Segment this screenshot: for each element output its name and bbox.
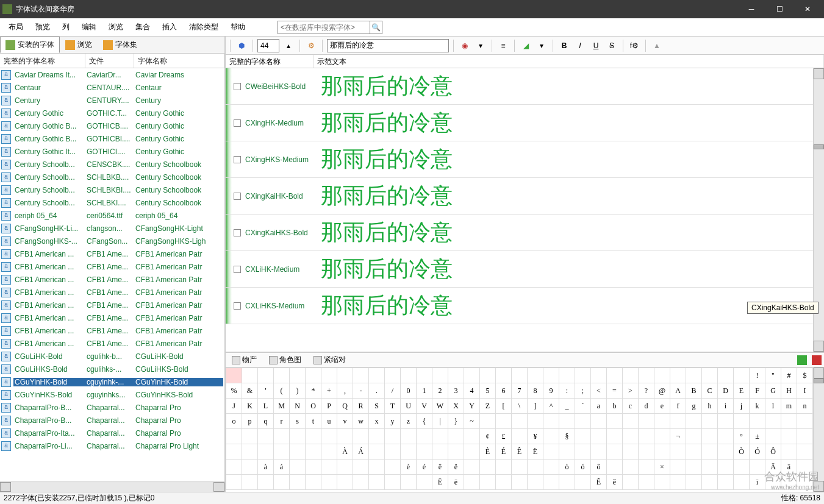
char-cell[interactable]: \ (512, 399, 528, 414)
char-cell[interactable]: R (353, 399, 369, 414)
char-cell[interactable] (781, 414, 797, 429)
char-cell[interactable] (639, 414, 654, 429)
h-scrollbar[interactable] (0, 481, 224, 492)
char-cell[interactable] (591, 414, 607, 429)
char-cell[interactable] (575, 444, 591, 460)
char-cell[interactable]: . (369, 383, 385, 399)
status-close-icon[interactable] (812, 355, 822, 365)
char-cell[interactable] (512, 475, 528, 490)
char-cell[interactable]: w (353, 414, 369, 429)
scroll-right-button[interactable] (213, 482, 224, 492)
char-cell[interactable] (543, 444, 559, 460)
char-cell[interactable]: ^ (543, 399, 559, 414)
preview-scroll[interactable]: CWeiBeiHKS-Bold那雨后的冷意CXingHK-Medium那雨后的冷… (226, 68, 813, 352)
char-cell[interactable] (559, 444, 575, 460)
char-cell[interactable] (369, 444, 385, 460)
char-cell[interactable]: W (432, 399, 448, 414)
char-cell[interactable] (670, 475, 686, 490)
font-row[interactable]: CFB1 American ...CFB1 Ame...CFB1 America… (0, 324, 224, 337)
char-cell[interactable] (385, 460, 401, 475)
char-cell[interactable] (543, 475, 559, 490)
char-cell[interactable] (353, 475, 369, 490)
char-cell[interactable] (337, 368, 353, 383)
char-cell[interactable]: ë (448, 460, 464, 475)
char-cell[interactable] (242, 368, 258, 383)
font-row[interactable]: CGuYinHK-Boldcguyinhk-...CGuYinHK-Bold (0, 375, 224, 388)
char-cell[interactable] (591, 429, 607, 444)
char-cell[interactable] (639, 368, 654, 383)
char-cell[interactable] (242, 429, 258, 444)
char-cell[interactable] (401, 368, 417, 383)
smooth-button[interactable]: ▲ (650, 39, 664, 52)
font-size-input[interactable] (257, 39, 279, 52)
char-cell[interactable] (670, 460, 686, 475)
tab-properties[interactable]: 物产 (228, 353, 260, 366)
font-row[interactable]: Century Schoolb...SCHLBKB....Century Sch… (0, 171, 224, 183)
char-cell[interactable] (464, 368, 480, 383)
char-cell[interactable]: F (750, 383, 765, 399)
font-row[interactable]: CFB1 American ...CFB1 Ame...CFB1 America… (0, 286, 224, 299)
char-cell[interactable] (353, 460, 369, 475)
char-cell[interactable]: ī (750, 475, 765, 490)
char-cell[interactable] (226, 460, 242, 475)
char-cell[interactable]: ' (258, 383, 274, 399)
char-cell[interactable] (702, 368, 718, 383)
char-cell[interactable]: N (290, 399, 306, 414)
char-cell[interactable]: t (306, 414, 321, 429)
scroll-up-button[interactable] (814, 367, 824, 378)
char-cell[interactable] (464, 475, 480, 490)
font-row[interactable]: CenturyCENTURY....Century (0, 94, 224, 107)
char-cell[interactable]: £ (496, 429, 512, 444)
preview-row[interactable]: CXingKaiHK-Bold那雨后的冷意 (226, 178, 813, 215)
char-cell[interactable] (369, 460, 385, 475)
char-cell[interactable]: Á (353, 444, 369, 460)
char-cell[interactable] (702, 475, 718, 490)
preview-row[interactable]: CXingKaiHKS-Bold那雨后的冷意 (226, 215, 813, 251)
char-cell[interactable]: ò (559, 460, 575, 475)
char-cell[interactable]: × (654, 460, 670, 475)
char-cell[interactable] (781, 444, 797, 460)
char-cell[interactable] (559, 368, 575, 383)
char-cell[interactable] (654, 414, 670, 429)
char-cell[interactable]: Ó (750, 444, 765, 460)
char-cell[interactable] (607, 460, 623, 475)
char-cell[interactable] (686, 429, 702, 444)
char-cell[interactable] (686, 460, 702, 475)
char-cell[interactable] (385, 444, 401, 460)
strike-button[interactable]: S (605, 39, 618, 52)
row-checkbox[interactable] (234, 229, 241, 236)
char-cell[interactable] (543, 460, 559, 475)
char-cell[interactable] (306, 444, 321, 460)
char-cell[interactable]: X (448, 399, 464, 414)
char-cell[interactable]: V (417, 399, 432, 414)
char-cell[interactable] (718, 368, 734, 383)
font-row[interactable]: Century Schoolb...SCHLBKBI....Century Sc… (0, 183, 224, 196)
char-grid[interactable]: !"#$%&'()*+,-./0123456789:;<=>?@ABCDEFGH… (226, 367, 813, 492)
char-cell[interactable] (353, 429, 369, 444)
char-cell[interactable]: P (321, 399, 337, 414)
align-button[interactable]: ≡ (496, 39, 510, 52)
char-cell[interactable] (337, 429, 353, 444)
char-cell[interactable]: 0 (401, 383, 417, 399)
char-cell[interactable] (274, 368, 290, 383)
char-cell[interactable]: À (337, 444, 353, 460)
font-row[interactable]: CFangSongHKS-...CFangSon...CFangSongHKS-… (0, 235, 224, 247)
char-cell[interactable] (337, 475, 353, 490)
char-cell[interactable] (369, 368, 385, 383)
char-cell[interactable] (274, 429, 290, 444)
char-cell[interactable] (417, 368, 432, 383)
char-cell[interactable] (670, 368, 686, 383)
font-row[interactable]: CFangSongHK-Li...cfangson...CFangSongHK-… (0, 222, 224, 235)
char-cell[interactable]: S (369, 399, 385, 414)
char-cell[interactable]: Ò (734, 444, 750, 460)
row-checkbox[interactable] (234, 83, 241, 90)
char-cell[interactable] (258, 429, 274, 444)
char-cell[interactable] (321, 444, 337, 460)
minimize-button[interactable]: ─ (737, 0, 765, 18)
char-cell[interactable] (321, 460, 337, 475)
char-cell[interactable] (623, 368, 639, 383)
menu-clear-type[interactable]: 清除类型 (183, 20, 224, 35)
char-cell[interactable]: Ē (432, 475, 448, 490)
preview-row[interactable]: CXingHKS-Medium那雨后的冷意 (226, 141, 813, 178)
search-input[interactable] (278, 23, 370, 32)
